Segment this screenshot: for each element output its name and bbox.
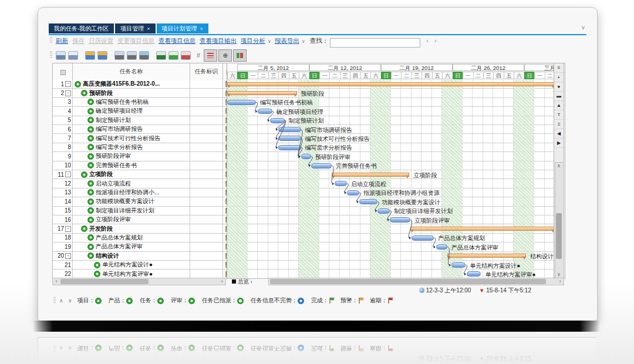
tab-3[interactable]: 项目计划管理×: [157, 23, 208, 33]
column-header-2[interactable]: 任务标识: [190, 63, 223, 80]
collapse-expander-icon[interactable]: −: [65, 90, 71, 96]
chevron-down-icon[interactable]: ∨: [302, 39, 305, 44]
table-row[interactable]: 16立项阶段评审: [53, 215, 227, 224]
timescale-icon[interactable]: #: [197, 52, 200, 59]
zoom-out-icon[interactable]: [127, 51, 137, 60]
scroll-up-icon[interactable]: ∧: [555, 163, 562, 168]
outdent-task-icon[interactable]: [85, 51, 95, 60]
table-row[interactable]: 19产品总体方案评审: [53, 242, 227, 251]
gantt-bar-green-icon[interactable]: [168, 51, 178, 60]
search-input[interactable]: [330, 38, 420, 48]
zoom-in-icon[interactable]: [114, 51, 124, 60]
print-preview-icon[interactable]: [68, 51, 78, 60]
gantt-hscrollbar[interactable]: ›: [268, 278, 564, 285]
menu-drag-handle[interactable]: [50, 37, 52, 44]
print-icon[interactable]: [56, 51, 66, 60]
side-tool-icon-3[interactable]: ●: [554, 82, 564, 92]
legend-drag-handle[interactable]: [53, 297, 56, 304]
table-row[interactable]: 3编写预研任务书初稿: [53, 98, 227, 107]
crosshair-toggle[interactable]: ⊕: [218, 49, 232, 62]
legend-collapse-arrows[interactable]: ∧ ∨: [59, 345, 74, 351]
side-tool-icon-2[interactable]: ▪: [554, 73, 564, 82]
overview-toggle[interactable]: 总览 ‹: [232, 278, 252, 285]
collapse-expander-icon[interactable]: −: [65, 171, 71, 177]
table-row[interactable]: 1−高压变频器415F6.B-2012-0...: [53, 80, 227, 89]
collapse-expander-icon[interactable]: −: [65, 81, 71, 87]
table-row[interactable]: 13指派项目经理和协调小...: [53, 188, 227, 197]
row-number: 22: [53, 269, 73, 278]
indent-task-icon[interactable]: [97, 51, 107, 60]
gantt-bar-red-icon[interactable]: [181, 51, 191, 60]
tab-close-icon[interactable]: ×: [200, 26, 203, 32]
side-tool-icon-4[interactable]: ▬: [554, 92, 564, 101]
plan-finish-date: 15-8-14 下午5:12: [486, 355, 531, 362]
table-row[interactable]: 5制定预研计划: [53, 116, 227, 125]
window-collapse-icon[interactable]: ∨: [581, 24, 585, 31]
overview-collapse-icon[interactable]: ‹: [249, 278, 252, 285]
chevron-down-icon[interactable]: ∨: [268, 39, 271, 44]
tab-2[interactable]: 项目管理×: [115, 23, 155, 33]
menu-item-1[interactable]: 刷新: [56, 37, 68, 44]
table-row[interactable]: 17−开发阶段: [53, 224, 227, 233]
task-name-cell: 启动立项流程: [73, 179, 190, 187]
select-all-box[interactable]: [60, 70, 66, 75]
table-row[interactable]: 18产品总体方案规划: [53, 234, 227, 242]
filter-icon[interactable]: [156, 51, 166, 60]
table-scroll-thumb[interactable]: [60, 279, 149, 284]
table-row[interactable]: 20−结构设计: [53, 252, 227, 261]
task-name: 立项阶段: [89, 170, 113, 178]
menu-item-7[interactable]: 项目分析: [241, 37, 265, 44]
table-row[interactable]: 22单元结构方案评审●: [53, 269, 227, 278]
critical-path-toggle[interactable]: [233, 49, 247, 62]
table-row[interactable]: 14功能模块概要方案设计: [53, 197, 227, 206]
table-row[interactable]: 7编写技术可行性分析报告: [53, 134, 227, 143]
table-row[interactable]: 10完善预研任务书: [53, 161, 227, 170]
scroll-right-icon[interactable]: ›: [218, 278, 225, 285]
side-tool-icon-6[interactable]: T: [554, 110, 564, 120]
side-tool-icon-1[interactable]: ≡: [554, 63, 564, 73]
legend-collapse-arrows[interactable]: ∧ ∨: [59, 298, 74, 304]
vertical-scroll-thumb[interactable]: [556, 213, 562, 259]
zoom-fit-icon[interactable]: [139, 51, 149, 60]
legend-drag-handle[interactable]: [53, 345, 56, 352]
side-tool-icon-7[interactable]: Ξ: [554, 120, 564, 129]
task-status-icon: [87, 99, 94, 105]
nav-prev-icon[interactable]: ‹: [426, 37, 429, 44]
table-row[interactable]: 6编写市场调研报告: [53, 125, 227, 134]
table-row[interactable]: 11−立项阶段: [53, 170, 227, 179]
column-header-1[interactable]: 任务名称: [73, 63, 190, 80]
legend-item: 任务：: [140, 344, 166, 352]
scroll-down-icon[interactable]: ∨: [555, 272, 562, 277]
menu-item-6[interactable]: 查看项目输出: [200, 37, 237, 44]
menu-item-8[interactable]: 报表导出: [275, 37, 299, 44]
table-row[interactable]: 2−预研阶段: [53, 89, 227, 97]
table-row[interactable]: 15制定项目详细开发计划: [53, 207, 227, 215]
gantt-side-toolbar: ≡▪●▬▲TΞ◀▶∧∨: [554, 63, 564, 278]
collapse-expander-icon[interactable]: −: [65, 253, 71, 259]
scroll-right-icon[interactable]: ›: [557, 278, 564, 285]
table-row[interactable]: 21单元结构方案设计●: [53, 261, 227, 269]
legend-label: 完成：: [311, 296, 329, 305]
table-row[interactable]: 4确定预研项目经理: [53, 107, 227, 116]
table-row[interactable]: 12启动立项流程: [53, 179, 227, 188]
vertical-scrollbar[interactable]: ∧∨: [555, 162, 564, 278]
scroll-left-icon[interactable]: ‹: [53, 278, 60, 285]
task-id-cell: [190, 269, 223, 278]
tab-1[interactable]: 我的任务-我的工作区: [49, 23, 114, 33]
tab-close-icon[interactable]: ×: [147, 26, 150, 32]
toolbar-drag-handle[interactable]: [50, 52, 52, 59]
legend-item: 评审：: [171, 296, 197, 305]
collapse-expander-icon[interactable]: −: [65, 226, 71, 232]
side-tool-icon-9[interactable]: ▶: [554, 139, 564, 148]
baseline-toggle[interactable]: [204, 49, 217, 62]
day-cell: 六: [227, 72, 238, 79]
nav-next-icon[interactable]: ›: [434, 37, 437, 44]
legend-label: 预警：: [340, 296, 358, 305]
side-tool-icon-5[interactable]: ▲: [554, 101, 564, 110]
table-row[interactable]: 9预研阶段评审: [53, 152, 227, 161]
table-row[interactable]: 8编写需求分析报告: [53, 143, 227, 152]
menu-item-5[interactable]: 查看项目信息: [158, 37, 195, 44]
side-tool-icon-8[interactable]: ◀: [554, 129, 564, 139]
gantt-scroll-thumb[interactable]: [270, 279, 546, 284]
table-hscrollbar[interactable]: ‹›: [52, 278, 226, 285]
